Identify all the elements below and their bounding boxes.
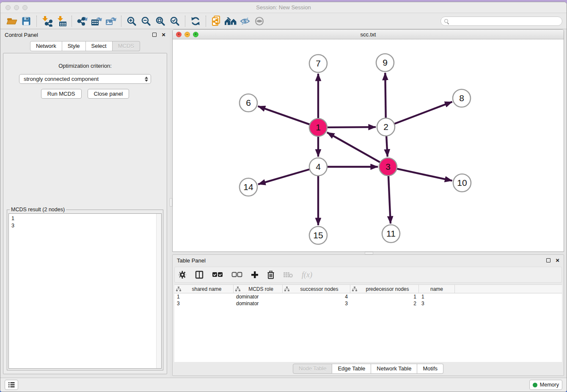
graph-node-11[interactable]: 11: [382, 225, 400, 243]
graph-node-15[interactable]: 15: [309, 226, 327, 244]
table-cell[interactable]: 3: [283, 301, 350, 306]
table-cell[interactable]: 3: [419, 301, 455, 306]
graph-node-2[interactable]: 2: [377, 118, 395, 136]
network-graph[interactable]: 7968124314101511: [173, 39, 564, 251]
panel-divider[interactable]: [170, 29, 172, 378]
table-cell[interactable]: 1: [419, 294, 455, 300]
tab-network[interactable]: Network: [30, 41, 62, 51]
add-column-button[interactable]: [251, 271, 259, 279]
zoom-selected-icon: [170, 16, 180, 26]
task-history-button[interactable]: [5, 380, 18, 390]
delete-column-button[interactable]: [267, 271, 275, 279]
mcds-tab-content: Optimization criterion: strongly connect…: [3, 53, 167, 374]
export-image-icon: [105, 16, 117, 27]
open-session-button[interactable]: [5, 15, 19, 28]
graph-edge-1-2[interactable]: [325, 127, 376, 127]
column-header-MCDS-role[interactable]: MCDS role: [234, 285, 283, 293]
close-panel-icon[interactable]: ×: [556, 258, 559, 262]
column-header-successor-nodes[interactable]: successor nodes: [283, 285, 350, 293]
memory-button[interactable]: Memory: [529, 380, 562, 390]
graph-edge-2-8[interactable]: [393, 102, 452, 124]
gear-icon: [178, 271, 187, 279]
save-session-button[interactable]: [19, 15, 33, 28]
graph-node-1[interactable]: 1: [309, 119, 327, 136]
divider-grip[interactable]: [365, 252, 373, 254]
table-row[interactable]: 3dominator323: [174, 300, 562, 307]
refresh-button[interactable]: [188, 15, 203, 28]
graph-edge-2-3[interactable]: [386, 134, 388, 157]
column-header-predecessor-nodes[interactable]: predecessor nodes: [350, 285, 419, 293]
graph-edge-3-1[interactable]: [327, 133, 382, 163]
column-header-shared-name[interactable]: shared name: [174, 285, 234, 293]
tab-edge-table[interactable]: Edge Table: [332, 364, 371, 374]
table-cell[interactable]: dominator: [234, 294, 283, 300]
table-panel-tabs: Node TableEdge TableNetwork TableMotifs: [293, 364, 443, 374]
tab-select[interactable]: Select: [86, 41, 113, 51]
graph-edge-1-6[interactable]: [258, 106, 311, 125]
network-canvas[interactable]: 7968124314101511: [173, 39, 564, 251]
svg-text:15: 15: [313, 230, 323, 240]
search-input[interactable]: [451, 18, 559, 24]
network-table-divider[interactable]: [172, 252, 564, 254]
table-cell[interactable]: 1: [174, 294, 234, 300]
zoom-fit-button[interactable]: [153, 15, 168, 28]
column-header-label: successor nodes: [290, 286, 348, 292]
table-cell[interactable]: 4: [283, 294, 350, 300]
graph-edge-3-11[interactable]: [388, 174, 391, 224]
graph-node-9[interactable]: 9: [376, 54, 394, 72]
main-area: Control Panel × NetworkStyleSelectMCDS O…: [0, 29, 567, 378]
export-image-button[interactable]: [104, 15, 118, 28]
float-panel-icon[interactable]: [152, 33, 157, 37]
tab-style[interactable]: Style: [62, 41, 86, 51]
column-header-label: MCDS role: [241, 286, 281, 292]
table-cell[interactable]: 2: [350, 301, 419, 306]
close-panel-button[interactable]: Close panel: [88, 89, 129, 99]
optimization-dropdown[interactable]: strongly connected component: [19, 74, 151, 84]
graph-node-8[interactable]: 8: [453, 89, 471, 107]
float-panel-icon[interactable]: [546, 258, 550, 262]
import-table-button[interactable]: [54, 15, 69, 28]
zoom-selected-button[interactable]: [168, 15, 182, 28]
graph-node-4[interactable]: 4: [309, 158, 327, 176]
column-selector-button[interactable]: [195, 271, 204, 279]
graph-edge-2-9[interactable]: [385, 73, 385, 120]
graph-edge-4-14[interactable]: [258, 169, 311, 185]
tab-node-table[interactable]: Node Table: [293, 364, 333, 374]
table-cell[interactable]: dominator: [234, 301, 283, 306]
tab-motifs[interactable]: Motifs: [417, 364, 443, 374]
hide-selected-button[interactable]: [238, 15, 252, 28]
graph-node-3[interactable]: 3: [379, 158, 397, 176]
zoom-in-icon: [127, 16, 137, 26]
graph-node-6[interactable]: 6: [239, 94, 257, 112]
tab-mcds[interactable]: MCDS: [113, 41, 140, 51]
export-table-button[interactable]: [89, 15, 104, 28]
zoom-in-button[interactable]: [124, 15, 139, 28]
tab-network-table[interactable]: Network Table: [371, 364, 417, 374]
first-neighbors-button[interactable]: [223, 15, 238, 28]
deselect-all-icon: [231, 272, 242, 278]
run-mcds-button[interactable]: Run MCDS: [41, 89, 82, 99]
graph-node-7[interactable]: 7: [309, 55, 327, 72]
zoom-out-button[interactable]: [139, 15, 153, 28]
mcds-result-scrollbar[interactable]: [156, 214, 161, 368]
table-cell[interactable]: 3: [174, 301, 234, 306]
graph-node-14[interactable]: 14: [239, 178, 257, 196]
search-field[interactable]: [440, 17, 562, 26]
clone-network-button[interactable]: [209, 15, 223, 28]
select-all-button[interactable]: [212, 272, 223, 278]
deselect-all-button[interactable]: [231, 272, 242, 278]
column-header-name[interactable]: name: [419, 285, 455, 293]
delete-table-button[interactable]: [283, 271, 293, 278]
table-settings-button[interactable]: [178, 271, 187, 279]
graph-node-10[interactable]: 10: [453, 174, 471, 192]
show-all-button[interactable]: [252, 15, 267, 28]
table-row[interactable]: 1dominator411: [174, 293, 562, 300]
graph-edge-3-10[interactable]: [395, 168, 452, 181]
table-cell[interactable]: 1: [350, 294, 419, 300]
export-network-button[interactable]: [75, 15, 89, 28]
import-network-button[interactable]: [40, 15, 54, 28]
first-neighbors-icon: [224, 17, 237, 26]
function-builder-button[interactable]: f(x): [302, 271, 312, 279]
close-panel-icon[interactable]: ×: [162, 33, 165, 37]
divider-grip[interactable]: [170, 198, 172, 207]
